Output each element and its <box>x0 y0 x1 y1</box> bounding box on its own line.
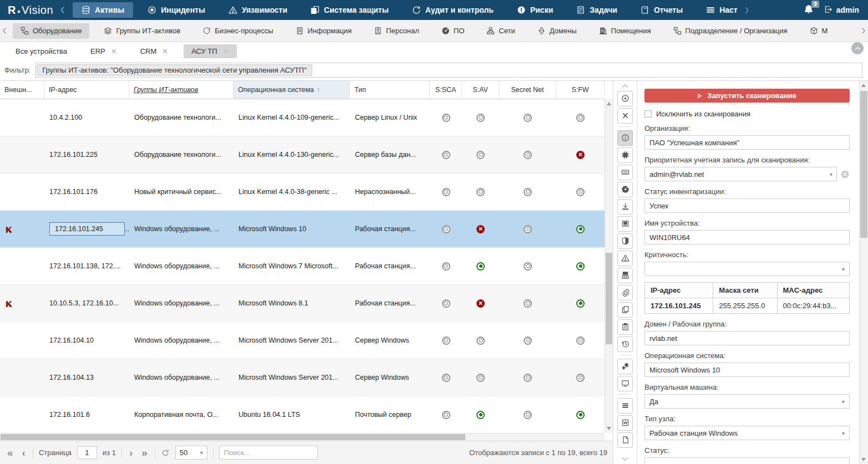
column-header[interactable]: S:AV <box>462 81 499 99</box>
scroll-down-arrow-icon[interactable] <box>607 427 611 430</box>
column-header[interactable]: Внешн... <box>0 81 44 99</box>
user-menu-button[interactable]: admin <box>824 5 859 16</box>
table-row[interactable]: 172.16.104.13Windows оборудование, ...Mi… <box>0 359 605 396</box>
toolbar-item[interactable]: Группы ИТ-активов <box>96 23 188 39</box>
scroll-down-arrow-icon[interactable] <box>861 458 866 461</box>
side-tool-info-button[interactable] <box>617 130 633 146</box>
chevron-down-icon[interactable]: ▾ <box>830 171 833 177</box>
table-row[interactable]: 172.16.104.10Windows оборудование, ...Mi… <box>0 322 605 359</box>
side-tool-gears-button[interactable] <box>617 359 633 374</box>
toolbar-item[interactable]: Подразделение / Организация <box>666 23 795 39</box>
side-tool-circle-plus-button[interactable] <box>617 91 633 106</box>
column-header[interactable]: S:SCA <box>430 81 462 99</box>
table-row[interactable]: 172.16.101.176Новый критичный сервис...L… <box>0 174 605 211</box>
vm-select[interactable]: Да ▾ <box>644 394 850 409</box>
side-tool-id-card-button[interactable] <box>617 216 633 232</box>
scroll-up-arrow-icon[interactable] <box>607 102 611 105</box>
first-page-button[interactable]: « <box>6 447 15 458</box>
horizontal-scrollbar-thumb[interactable] <box>1 434 465 440</box>
side-tool-shield-button[interactable] <box>617 233 633 249</box>
ip-table-row[interactable]: 172.16.101.245 255.255.255.0 00:0c:29:44… <box>645 298 850 314</box>
column-header[interactable]: Secret Net <box>499 81 556 99</box>
chevron-down-icon[interactable] <box>613 455 637 463</box>
exclude-from-scan-checkbox[interactable]: Исключить из сканирования <box>644 110 850 118</box>
toolbar-item[interactable]: Бизнес-процессы <box>195 23 281 39</box>
side-tool-clipboard-button[interactable] <box>617 319 633 335</box>
toolbar-scroll-left-icon[interactable] <box>0 27 9 34</box>
nav-item-инциденты[interactable]: Инциденты <box>139 2 214 18</box>
side-tool-menu-lines-button[interactable] <box>617 398 633 414</box>
column-header[interactable]: Тип <box>350 81 430 99</box>
nav-item-отчеты[interactable]: Отчеты <box>632 2 692 18</box>
vertical-scrollbar[interactable] <box>605 99 613 433</box>
page-size-select[interactable]: 50 ▾ <box>175 446 207 460</box>
table-row[interactable]: K172.16.101.245Windows оборудование, ...… <box>0 211 605 248</box>
horizontal-scrollbar[interactable] <box>0 433 605 441</box>
close-icon[interactable]: ✕ <box>111 48 117 55</box>
side-tool-page-button[interactable] <box>617 432 633 448</box>
toolbar-item[interactable]: Персонал <box>366 23 427 39</box>
toolbar-item[interactable]: ПО <box>434 23 472 39</box>
side-tool-close-button[interactable] <box>617 108 633 124</box>
ip-edit-box[interactable]: 172.16.101.245 <box>49 222 125 236</box>
os-input[interactable] <box>644 363 850 377</box>
last-page-button[interactable]: » <box>140 447 149 458</box>
side-tool-history-button[interactable] <box>617 336 633 352</box>
vertical-scrollbar-thumb[interactable] <box>606 253 612 344</box>
column-header[interactable]: S:FW <box>556 81 605 99</box>
node-type-select[interactable]: Рабочая станция Windows ▾ <box>644 426 850 440</box>
nav-collapse-chevron-left-icon[interactable] <box>59 6 67 14</box>
close-icon[interactable]: ✕ <box>162 48 168 55</box>
side-tool-download-button[interactable] <box>617 199 633 215</box>
page-number-input[interactable] <box>77 446 97 459</box>
tab-асу тп[interactable]: АСУ ТП✕ <box>184 44 236 58</box>
inventory-status-input[interactable] <box>644 198 850 213</box>
toolbar-item[interactable]: М <box>802 23 836 39</box>
table-row[interactable]: 10.4.2.100Оборудование технологи...Linux… <box>0 99 605 136</box>
nav-item-наст[interactable]: Наст <box>697 2 759 18</box>
filter-input[interactable]: Группы ИТ-активов: "Оборудование техноло… <box>35 63 862 78</box>
toolbar-item[interactable]: Информация <box>288 23 360 39</box>
side-tool-disc-tool-button[interactable] <box>617 182 633 197</box>
side-tool-copy-button[interactable] <box>617 302 633 318</box>
status-select[interactable]: ▾ <box>644 457 850 464</box>
organization-input[interactable] <box>644 135 850 150</box>
side-tool-server-button[interactable] <box>617 268 633 283</box>
table-row[interactable]: 172.16.101.138, 172....Windows оборудова… <box>0 248 605 285</box>
filter-chip[interactable]: Группы ИТ-активов: "Оборудование техноло… <box>37 64 312 76</box>
tab-crm[interactable]: CRM✕ <box>133 44 176 58</box>
device-name-input[interactable] <box>644 230 850 244</box>
column-header[interactable]: Группы ИТ-активов <box>129 81 234 99</box>
panel-scrollbar[interactable] <box>859 81 868 464</box>
toolbar-item[interactable]: Помещения <box>591 23 659 39</box>
nav-item-уязвимости[interactable]: Уязвимости <box>220 2 296 18</box>
criticality-select[interactable]: ▾ <box>644 262 850 276</box>
toolbar-scroll-right-icon[interactable] <box>859 27 868 34</box>
column-header[interactable]: IP-адрес <box>44 81 129 99</box>
clear-field-icon[interactable] <box>840 170 850 179</box>
notifications-bell-button[interactable]: 9 <box>804 4 814 16</box>
chevron-up-icon[interactable] <box>621 82 629 90</box>
priority-account-input[interactable] <box>644 167 837 181</box>
side-tool-monitor-button[interactable] <box>617 376 633 391</box>
table-row[interactable]: K10.10.5.3, 172.16.10...Windows оборудов… <box>0 285 605 322</box>
collapse-panel-button[interactable] <box>851 42 864 54</box>
nav-item-активы[interactable]: Активы <box>73 2 133 18</box>
panel-scrollbar-thumb[interactable] <box>860 91 867 238</box>
toolbar-item[interactable]: Оборудование <box>13 23 89 39</box>
side-tool-keyboard-button[interactable] <box>617 165 633 180</box>
checkbox-box[interactable] <box>644 110 652 118</box>
nav-item-аудит и контроль[interactable]: Аудит и контроль <box>403 2 502 18</box>
scroll-up-arrow-icon[interactable] <box>861 84 866 87</box>
tab-все устройства[interactable]: Все устройства <box>8 44 75 58</box>
refresh-icon[interactable] <box>161 448 170 457</box>
side-tool-warning-button[interactable] <box>617 251 633 266</box>
table-row[interactable]: 172.16.101.6Корпоративная почта, О...Ubu… <box>0 396 605 434</box>
side-tool-paperclip-button[interactable] <box>617 285 633 300</box>
next-page-button[interactable]: › <box>128 447 134 458</box>
close-icon[interactable]: ✕ <box>223 48 229 55</box>
nav-item-задачи[interactable]: Задачи <box>567 2 626 18</box>
side-tool-chip-button[interactable] <box>617 147 633 163</box>
table-row[interactable]: 172.16.101.225Оборудование технологи...L… <box>0 136 605 174</box>
nav-item-риски[interactable]: Риски <box>508 2 562 18</box>
